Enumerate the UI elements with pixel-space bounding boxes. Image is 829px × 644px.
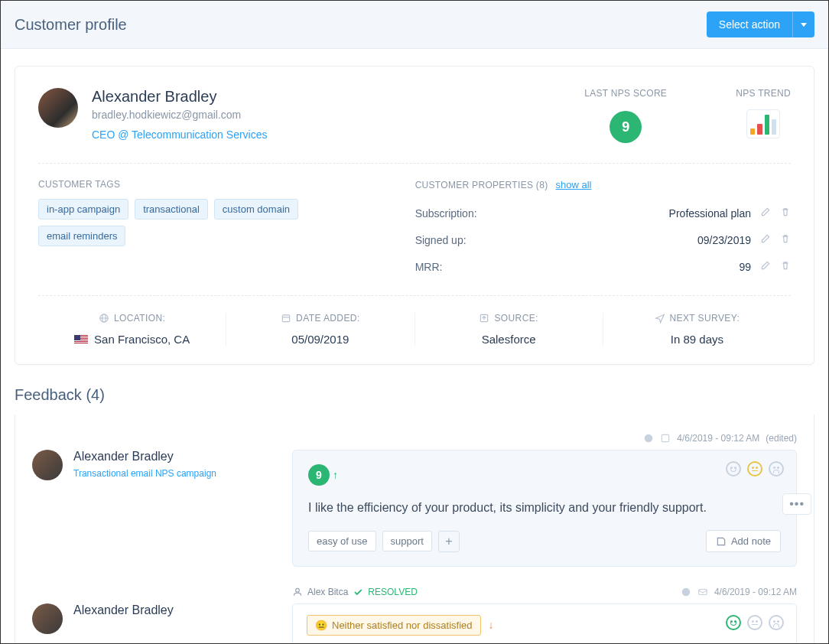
feedback-nps-badge: 9 [308, 464, 330, 486]
satisfaction-chip: 😐 Neither satisfied nor dissatisfied [307, 615, 481, 636]
happy-face-icon[interactable] [726, 615, 741, 630]
next-survey-label: NEXT SURVEY: [670, 313, 740, 324]
svg-rect-3 [282, 315, 289, 322]
feedback-campaign[interactable]: Transactional email NPS campaign [73, 468, 216, 479]
divider [38, 163, 791, 164]
page-title: Customer profile [15, 16, 127, 34]
customer-tag[interactable]: email reminders [38, 226, 125, 246]
sentiment-faces [726, 461, 784, 476]
status-resolved: RESOLVED [368, 587, 417, 597]
neutral-face-icon[interactable] [747, 615, 762, 630]
svg-rect-10 [699, 590, 707, 595]
sad-face-icon[interactable] [769, 461, 784, 476]
mail-icon [697, 587, 708, 597]
tags-and-properties: CUSTOMER TAGS in-app campaigntransaction… [38, 179, 791, 280]
trend-up-icon: ↑ [333, 469, 338, 481]
add-note-button[interactable]: Add note [706, 530, 781, 552]
select-action-button[interactable]: Select action [707, 11, 792, 37]
feedback-author: Alexander Bradley [73, 603, 174, 617]
date-added-value: 05/09/2019 [291, 333, 349, 346]
trash-icon[interactable] [780, 233, 791, 246]
customer-tag[interactable]: transactional [135, 199, 208, 220]
profile-top: Alexander Bradley bradley.hodkiewicz@gma… [38, 88, 791, 143]
next-survey-value: In 89 days [671, 333, 723, 346]
sentiment-faces [726, 615, 784, 630]
properties-section: CUSTOMER PROPERTIES (8) show all Subscri… [415, 179, 791, 280]
feedback-body: 😐 Neither satisfied nor dissatisfied ↓ [292, 603, 797, 644]
customer-tag[interactable]: custom domain [214, 199, 298, 220]
location-label: LOCATION: [114, 313, 165, 324]
assignee-name: Alex Bitca [307, 587, 348, 597]
note-icon [716, 536, 727, 547]
svg-point-8 [296, 588, 300, 592]
svg-point-9 [682, 588, 691, 597]
location-value: San Francisco, CA [94, 333, 190, 346]
neutral-face-icon[interactable] [747, 461, 762, 476]
show-all-link[interactable]: show all [555, 179, 591, 190]
properties-label: CUSTOMER PROPERTIES (8) [415, 180, 548, 190]
feedback-timestamp: 4/6/2019 - 09:12 AM [714, 587, 797, 597]
edit-icon[interactable] [760, 260, 771, 273]
feedback-tag[interactable]: easy of use [308, 531, 376, 551]
content-area: Alexander Bradley bradley.hodkiewicz@gma… [1, 49, 828, 644]
customer-email: bradley.hodkiewicz@gmail.com [92, 109, 267, 121]
add-tag-button[interactable]: + [438, 531, 460, 552]
survey-type-icon [660, 433, 671, 444]
tags-list: in-app campaigntransactionalcustom domai… [38, 199, 385, 246]
select-action-group: Select action [707, 11, 814, 37]
neutral-emoji-icon: 😐 [315, 620, 327, 631]
feedback-item: Alexander Bradley 😐 Neither satisfied no… [32, 603, 797, 644]
trend-bar [757, 124, 762, 135]
us-flag-icon [74, 335, 88, 344]
feedback-body: 9 ↑ I like the efficiency of your produc… [292, 450, 797, 567]
svg-point-6 [645, 434, 653, 443]
property-value: Professional plan [669, 207, 751, 220]
feedback-author-block: Alexander Bradley [32, 603, 277, 644]
meta-date-added: DATE ADDED: 05/09/2019 [226, 313, 414, 346]
avatar [32, 603, 63, 634]
user-icon [292, 587, 303, 597]
meta-source: SOURCE: Salesforce [415, 313, 603, 346]
happy-face-icon[interactable] [726, 461, 741, 476]
upload-icon [479, 313, 489, 324]
feedback-card: 4/6/2019 - 09:12 AM (edited) Alexander B… [15, 415, 814, 644]
header-bar: Customer profile Select action [1, 1, 828, 49]
last-nps-stat: LAST NPS SCORE 9 [584, 88, 667, 143]
nps-trend-stat: NPS TREND [736, 88, 791, 143]
source-value: Salesforce [482, 333, 536, 346]
customer-name: Alexander Bradley [92, 88, 267, 106]
customer-role[interactable]: CEO @ Telecommunication Services [92, 128, 267, 141]
nps-trend-chart [746, 109, 780, 138]
trash-icon[interactable] [780, 207, 791, 220]
info-icon[interactable] [681, 587, 691, 597]
feedback-tag[interactable]: support [382, 531, 432, 551]
feedback-meta: 4/6/2019 - 09:12 AM (edited) [32, 433, 797, 444]
property-key: MRR: [415, 261, 443, 273]
trend-bar [772, 119, 776, 135]
feedback-author-block: Alexander Bradley Transactional email NP… [32, 450, 277, 567]
info-icon[interactable] [643, 433, 654, 444]
check-icon [353, 587, 363, 597]
avatar [32, 450, 63, 480]
sad-face-icon[interactable] [769, 615, 784, 630]
meta-row: LOCATION: San Francisco, CA DATE ADDED: … [38, 295, 791, 346]
trash-icon[interactable] [780, 260, 791, 273]
property-value: 09/23/2019 [697, 234, 751, 246]
feedback-section-title: Feedback (4) [15, 386, 814, 404]
date-added-label: DATE ADDED: [296, 313, 360, 324]
source-label: SOURCE: [494, 313, 538, 324]
feedback-item: Alexander Bradley Transactional email NP… [32, 450, 797, 567]
property-row: Signed up: 09/23/2019 [415, 226, 791, 253]
feedback-timestamp: 4/6/2019 - 09:12 AM [677, 433, 759, 444]
feedback-tags-row: easy of use support + Add note [308, 530, 781, 552]
edit-icon[interactable] [760, 233, 771, 246]
select-action-caret[interactable] [792, 11, 814, 37]
tags-section: CUSTOMER TAGS in-app campaigntransaction… [38, 179, 385, 280]
profile-card: Alexander Bradley bradley.hodkiewicz@gma… [15, 66, 814, 365]
customer-tag[interactable]: in-app campaign [38, 199, 128, 220]
meta-next-survey: NEXT SURVEY: In 89 days [603, 313, 791, 346]
calendar-icon [281, 313, 291, 324]
edit-icon[interactable] [760, 207, 771, 220]
more-options-button[interactable]: ••• [782, 493, 811, 515]
trend-down-icon: ↓ [488, 619, 493, 631]
